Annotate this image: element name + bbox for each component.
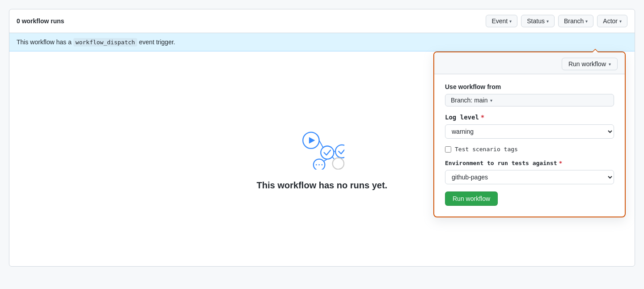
branch-selector-button[interactable]: Branch: main ▾ bbox=[445, 94, 614, 106]
empty-state-title: This workflow has no runs yet. bbox=[257, 180, 387, 191]
log-level-label: Log level * bbox=[445, 114, 614, 121]
environment-label: Environment to run tests against * bbox=[445, 160, 614, 166]
filter-buttons: Event ▾ Status ▾ Branch ▾ Actor ▾ bbox=[486, 15, 627, 27]
status-filter-label: Status bbox=[527, 17, 545, 25]
info-banner: This workflow has a workflow_dispatch ev… bbox=[9, 33, 635, 51]
run-workflow-top-caret-icon: ▾ bbox=[609, 62, 611, 67]
branch-filter-label: Branch bbox=[564, 17, 584, 25]
content-area: This workflow has no runs yet. Run workf… bbox=[9, 51, 635, 266]
panel-arrow bbox=[592, 49, 599, 52]
panel-header: Run workflow ▾ bbox=[434, 52, 625, 74]
svg-point-10 bbox=[322, 164, 323, 166]
banner-text-after: event trigger. bbox=[137, 38, 175, 46]
branch-caret-icon: ▾ bbox=[585, 19, 588, 24]
actor-filter-label: Actor bbox=[603, 17, 618, 25]
actor-filter-button[interactable]: Actor ▾ bbox=[597, 15, 627, 27]
svg-point-8 bbox=[316, 164, 317, 166]
environment-required-star: * bbox=[559, 160, 562, 166]
log-level-select[interactable]: warning debug info error bbox=[445, 124, 614, 139]
run-workflow-top-label: Run workflow bbox=[568, 60, 606, 68]
log-level-required-star: * bbox=[481, 114, 484, 121]
test-scenario-label: Test scenario tags bbox=[455, 146, 518, 153]
workflow-illustration bbox=[300, 127, 344, 170]
use-workflow-from-group: Use workflow from Branch: main ▾ bbox=[445, 83, 614, 106]
actor-caret-icon: ▾ bbox=[619, 19, 622, 24]
environment-select[interactable]: github-pages staging production bbox=[445, 170, 614, 184]
run-workflow-panel: Run workflow ▾ Use workflow from Branch:… bbox=[433, 51, 626, 217]
branch-selector-label: Branch: main bbox=[451, 97, 487, 104]
event-filter-button[interactable]: Event ▾ bbox=[486, 15, 517, 27]
banner-code: workflow_dispatch bbox=[73, 38, 137, 47]
svg-point-3 bbox=[321, 146, 334, 159]
event-caret-icon: ▾ bbox=[509, 19, 512, 24]
run-workflow-main-button[interactable]: Run workflow bbox=[445, 191, 498, 206]
test-scenario-row: Test scenario tags bbox=[445, 146, 614, 153]
workflow-runs-title: 0 workflow runs bbox=[17, 17, 64, 25]
svg-point-12 bbox=[333, 158, 344, 169]
header-row: 0 workflow runs Event ▾ Status ▾ Branch … bbox=[9, 9, 635, 33]
branch-filter-button[interactable]: Branch ▾ bbox=[558, 15, 593, 27]
run-workflow-main-label: Run workflow bbox=[453, 195, 490, 202]
branch-selector-caret-icon: ▾ bbox=[490, 98, 492, 103]
event-filter-label: Event bbox=[491, 17, 508, 25]
environment-group: Environment to run tests against * githu… bbox=[445, 160, 614, 184]
status-filter-button[interactable]: Status ▾ bbox=[521, 15, 555, 27]
use-workflow-from-label: Use workflow from bbox=[445, 83, 614, 90]
test-scenario-checkbox[interactable] bbox=[445, 146, 451, 153]
log-level-group: Log level * warning debug info error bbox=[445, 114, 614, 139]
status-caret-icon: ▾ bbox=[547, 19, 549, 24]
banner-text-before: This workflow has a bbox=[17, 38, 73, 46]
svg-point-9 bbox=[318, 164, 320, 166]
panel-body: Use workflow from Branch: main ▾ Log lev… bbox=[434, 74, 625, 217]
run-workflow-top-button[interactable]: Run workflow ▾ bbox=[562, 58, 618, 70]
